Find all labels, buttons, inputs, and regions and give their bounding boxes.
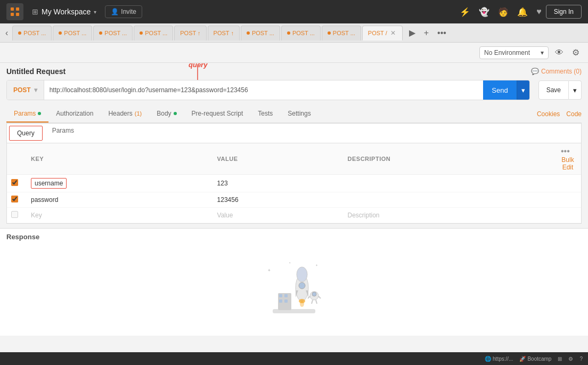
row1-key-cell[interactable]: username (24, 175, 211, 192)
tab-dot (247, 31, 250, 35)
url-section: query POST ▾ Send (6, 80, 582, 100)
bulk-edit-button[interactable]: Bulk Edit (561, 156, 575, 171)
row1-description-cell (341, 175, 554, 192)
params-subtab-query[interactable]: Query (9, 126, 43, 141)
tab-4[interactable]: POST ... (134, 26, 173, 40)
tab-3[interactable]: POST ... (93, 26, 133, 40)
settings-button[interactable]: ⚙ (570, 45, 582, 60)
user-plus-icon: 👤 (111, 8, 119, 15)
url-input[interactable] (44, 80, 484, 100)
row2-checkbox-cell[interactable] (7, 192, 24, 208)
table-row: username 123 (7, 175, 581, 192)
invite-button[interactable]: 👤 Invite (105, 5, 142, 18)
heart-icon[interactable]: ♥ (536, 7, 542, 17)
table-row-placeholder: Key Value Description (7, 208, 581, 223)
table-row: password 123456 (7, 192, 581, 208)
chevron-down-icon: ▾ (541, 49, 544, 56)
row3-key-cell[interactable]: Key (24, 208, 211, 223)
workspace-label: My Workspace (42, 7, 91, 16)
svg-rect-7 (279, 294, 282, 297)
row2-value-cell[interactable]: 123456 (211, 192, 341, 208)
tab-dot (59, 31, 62, 35)
request-tabs: Params Authorization Headers (1) Body Pr… (6, 106, 582, 123)
tab-2[interactable]: POST ... (53, 26, 92, 40)
row1-value-cell[interactable]: 123 (211, 175, 341, 192)
bell-icon[interactable]: 🔔 (517, 7, 528, 17)
tab-params[interactable]: Params (6, 106, 48, 123)
environment-selector[interactable]: No Environment ▾ (479, 46, 549, 59)
cookies-button[interactable]: Cookies (537, 110, 560, 118)
lightning-icon[interactable]: ⚡ (460, 7, 470, 17)
tab-settings[interactable]: Settings (280, 106, 318, 123)
send-dropdown-button[interactable]: ▾ (517, 80, 529, 100)
gear-icon: ⚙ (572, 48, 579, 57)
workspace-grid-icon: ⊞ (32, 7, 38, 16)
chevron-down-icon: ▾ (94, 9, 96, 15)
tabs-new-button[interactable]: + (421, 27, 432, 39)
tab-dot (99, 31, 102, 35)
params-subtab-params[interactable]: Params (45, 124, 81, 143)
save-dropdown-button[interactable]: ▾ (569, 80, 582, 100)
tab-6[interactable]: POST ↑ (208, 26, 240, 40)
request-title-bar: Untitled Request 💬 Comments (0) (6, 67, 582, 76)
tabs-prev-button[interactable]: ‹ (2, 27, 11, 39)
params-subtabs: Query Params (7, 124, 581, 143)
more-options-button[interactable]: ••• (561, 147, 570, 156)
response-section: Response (0, 228, 588, 245)
tab-dot (140, 31, 143, 35)
tab-body[interactable]: Body (149, 106, 184, 123)
comments-button[interactable]: 💬 Comments (0) (531, 68, 582, 75)
top-navigation: ⊞ My Workspace ▾ 👤 Invite ⚡ 👻 🧑 🔔 ♥ Sign… (0, 0, 588, 23)
row1-checkbox[interactable] (11, 179, 18, 186)
col-header-description: DESCRIPTION (341, 143, 554, 175)
svg-text:✦: ✦ (289, 261, 291, 264)
params-dot (38, 112, 41, 115)
eye-icon: 👁 (555, 48, 564, 57)
tab-10-active[interactable]: POST / ✕ (362, 26, 403, 40)
ghost-icon[interactable]: 👻 (479, 7, 489, 17)
workspace-selector[interactable]: ⊞ My Workspace ▾ (28, 5, 101, 18)
tab-9[interactable]: POST ... (322, 26, 361, 40)
tab-close-button[interactable]: ✕ (389, 29, 397, 37)
tab-dot (18, 31, 21, 35)
request-title: Untitled Request (6, 67, 66, 76)
tab-7[interactable]: POST ... (241, 26, 280, 40)
svg-rect-0 (11, 7, 14, 11)
svg-line-23 (316, 300, 317, 304)
tab-8[interactable]: POST ... (281, 26, 321, 40)
response-title: Response (6, 233, 39, 241)
tabs-play-button[interactable]: ▶ (406, 26, 419, 39)
sign-in-button[interactable]: Sign In (546, 5, 582, 19)
row1-extra-cell (554, 175, 581, 192)
rocket-illustration: ✦ ✦ ✦ (262, 256, 326, 325)
code-button[interactable]: Code (566, 110, 582, 118)
tab-5[interactable]: POST ↑ (174, 26, 206, 40)
row3-checkbox[interactable] (11, 211, 18, 218)
row1-checkbox-cell[interactable] (7, 175, 24, 192)
eye-button[interactable]: 👁 (553, 46, 566, 60)
tabs-more-button[interactable]: ••• (434, 27, 450, 39)
row3-checkbox-cell[interactable] (7, 208, 24, 223)
save-button[interactable]: Save (538, 80, 569, 100)
svg-rect-8 (284, 294, 288, 297)
svg-point-12 (297, 267, 307, 282)
tab-authorization[interactable]: Authorization (48, 106, 101, 123)
params-table: KEY VALUE DESCRIPTION ••• Bulk Edit (7, 143, 581, 223)
tabs-bar: ‹ POST ... POST ... POST ... POST ... PO… (0, 23, 588, 43)
tab-tests[interactable]: Tests (250, 106, 280, 123)
chevron-down-icon: ▾ (34, 86, 37, 94)
tab-headers[interactable]: Headers (1) (101, 106, 149, 123)
row2-checkbox[interactable] (11, 196, 18, 202)
person-icon[interactable]: 🧑 (498, 7, 509, 17)
chevron-down-icon: ▾ (573, 86, 577, 94)
method-selector[interactable]: POST ▾ (7, 80, 44, 100)
row1-key-value: username (31, 178, 67, 189)
chevron-down-icon: ▾ (521, 86, 525, 94)
tab-prerequest[interactable]: Pre-request Script (184, 106, 251, 123)
send-button[interactable]: Send (483, 80, 516, 100)
svg-rect-3 (16, 13, 19, 16)
row2-key-cell[interactable]: password (24, 192, 211, 208)
app-logo[interactable] (6, 3, 23, 20)
tab-1[interactable]: POST ... (12, 26, 52, 40)
row3-value-cell[interactable]: Value (211, 208, 341, 223)
